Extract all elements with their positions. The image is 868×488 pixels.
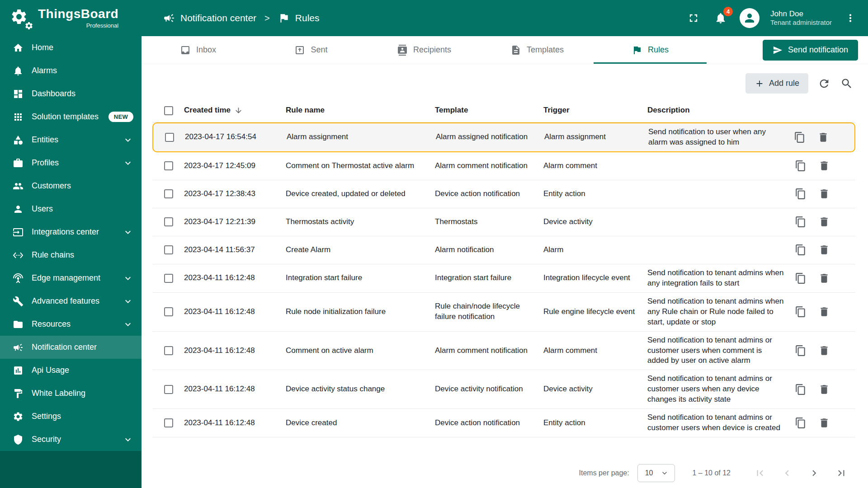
- category-icon: [13, 135, 24, 145]
- user-avatar[interactable]: [740, 8, 760, 28]
- table-row-create-alarm[interactable]: 2023-04-14 11:56:37Create AlarmAlarm not…: [152, 236, 855, 264]
- row-checkbox[interactable]: [164, 245, 173, 254]
- copy-rule-button[interactable]: [795, 384, 807, 395]
- row-checkbox[interactable]: [164, 189, 173, 198]
- table-row-device-created-updated-or-deleted[interactable]: 2023-04-17 12:38:43Device created, updat…: [152, 180, 855, 208]
- table-row-rule-node-initialization-failure[interactable]: 2023-04-11 16:12:48Rule node initializat…: [152, 293, 855, 332]
- send-notification-button[interactable]: Send notification: [763, 40, 858, 61]
- table-row-device-created[interactable]: 2023-04-11 16:12:48Device createdDevice …: [152, 409, 855, 437]
- sidebar-item-advanced-features[interactable]: Advanced features: [0, 290, 142, 313]
- delete-rule-button[interactable]: [818, 384, 830, 395]
- search-button[interactable]: [840, 77, 854, 90]
- delete-rule-button[interactable]: [818, 188, 830, 200]
- copy-rule-button[interactable]: [794, 131, 806, 143]
- row-checkbox[interactable]: [165, 133, 174, 142]
- sidebar-item-solution-templates[interactable]: Solution templatesNEW: [0, 105, 142, 128]
- tab-sent[interactable]: Sent: [255, 36, 368, 64]
- sidebar-item-rule-chains[interactable]: Rule chains: [0, 244, 142, 267]
- copy-rule-button[interactable]: [795, 188, 807, 200]
- sidebar-item-users[interactable]: Users: [0, 197, 142, 221]
- row-checkbox[interactable]: [164, 217, 173, 226]
- copy-icon: [795, 216, 807, 228]
- next-page-button[interactable]: [808, 467, 820, 479]
- items-per-page-select[interactable]: 10: [637, 464, 675, 482]
- notifications-bell-button[interactable]: 4: [712, 10, 729, 26]
- column-header-trigger[interactable]: Trigger: [543, 105, 647, 116]
- delete-rule-button[interactable]: [818, 272, 830, 284]
- sidebar-item-integrations-center[interactable]: Integrations center: [0, 221, 142, 244]
- sidebar-item-edge-management[interactable]: Edge management: [0, 267, 142, 290]
- copy-rule-button[interactable]: [795, 160, 807, 172]
- delete-rule-button[interactable]: [818, 345, 830, 357]
- sidebar-item-customers[interactable]: Customers: [0, 174, 142, 197]
- copy-icon: [794, 131, 806, 143]
- copy-rule-button[interactable]: [795, 216, 807, 228]
- customers-menu-icon: [13, 181, 24, 192]
- sidebar-item-security[interactable]: Security: [0, 428, 142, 451]
- copy-rule-button[interactable]: [795, 272, 807, 284]
- copy-icon: [795, 345, 807, 357]
- sidebar-item-white-labeling[interactable]: White Labeling: [0, 382, 142, 405]
- row-checkbox[interactable]: [164, 161, 173, 170]
- copy-rule-button[interactable]: [795, 345, 807, 357]
- tab-inbox[interactable]: Inbox: [142, 36, 255, 64]
- sidebar-item-entities[interactable]: Entities: [0, 128, 142, 151]
- fullscreen-button[interactable]: [685, 10, 702, 26]
- column-header-created-time[interactable]: Created time: [184, 105, 286, 116]
- table-row-thermostats-activity[interactable]: 2023-04-17 12:21:39Thermostats activityT…: [152, 208, 855, 236]
- row-checkbox[interactable]: [164, 307, 173, 316]
- tab-templates[interactable]: Templates: [481, 36, 594, 64]
- sidebar-item-alarms[interactable]: Alarms: [0, 59, 142, 82]
- chevDown-icon: [660, 469, 669, 478]
- copy-rule-button[interactable]: [795, 244, 807, 256]
- kebab-menu-button[interactable]: [843, 10, 858, 26]
- outbox-icon: [294, 45, 305, 56]
- tab-rules[interactable]: Rules: [594, 36, 707, 64]
- brand-logo[interactable]: ThingsBoard Professional: [0, 0, 142, 36]
- row-checkbox[interactable]: [164, 346, 173, 355]
- column-header-rule-name[interactable]: Rule name: [286, 105, 435, 116]
- column-header-description[interactable]: Description: [647, 105, 792, 116]
- folder-icon: [13, 319, 24, 330]
- last-page-button[interactable]: [835, 467, 847, 479]
- sidebar-item-profiles[interactable]: Profiles: [0, 151, 142, 174]
- cell-template: Rule chain/node lifecycle failure notifi…: [435, 301, 543, 322]
- delete-rule-button[interactable]: [818, 216, 830, 228]
- table-row-comment-on-active-alarm[interactable]: 2023-04-11 16:12:48Comment on active ala…: [152, 332, 855, 371]
- breadcrumb-item-notification-center[interactable]: Notification center: [180, 13, 256, 23]
- sidebar-item-api-usage[interactable]: Api Usage: [0, 359, 142, 382]
- row-checkbox[interactable]: [164, 418, 173, 427]
- delete-rule-button[interactable]: [817, 131, 829, 143]
- cell-trigger: Entity action: [543, 418, 647, 428]
- breadcrumb: Notification center > Rules: [163, 12, 319, 24]
- copy-rule-button[interactable]: [795, 306, 807, 318]
- delete-rule-button[interactable]: [818, 306, 830, 318]
- tab-recipients[interactable]: Recipients: [368, 36, 481, 64]
- table-row-integration-start-failure[interactable]: 2023-04-11 16:12:48Integration start fai…: [152, 264, 855, 293]
- sidebar-item-settings[interactable]: Settings: [0, 405, 142, 428]
- sidebar-item-resources[interactable]: Resources: [0, 313, 142, 336]
- sort-desc-icon[interactable]: [234, 106, 243, 115]
- delete-rule-button[interactable]: [818, 244, 830, 256]
- table-row-device-activity-status-change[interactable]: 2023-04-11 16:12:48Device activity statu…: [152, 370, 855, 409]
- delete-rule-button[interactable]: [818, 160, 830, 172]
- sidebar-item-label: Home: [32, 43, 53, 52]
- brand-edition: Professional: [38, 22, 118, 29]
- rules-content: Add rule Created time Rule name Template…: [142, 64, 868, 488]
- row-checkbox[interactable]: [164, 385, 173, 394]
- sidebar-item-home[interactable]: Home: [0, 36, 142, 59]
- table-row-alarm-assignment[interactable]: 2023-04-17 16:54:54Alarm assignmentAlarm…: [152, 122, 855, 152]
- add-rule-button[interactable]: Add rule: [745, 73, 808, 94]
- sidebar-item-label: Settings: [32, 412, 61, 421]
- sidebar-item-notification-center[interactable]: Notification center: [0, 336, 142, 359]
- select-all-checkbox[interactable]: [164, 106, 173, 115]
- column-header-template[interactable]: Template: [435, 105, 543, 116]
- first-page-button[interactable]: [754, 467, 766, 479]
- row-checkbox[interactable]: [164, 274, 173, 283]
- previous-page-button[interactable]: [781, 467, 793, 479]
- copy-rule-button[interactable]: [795, 417, 807, 429]
- delete-rule-button[interactable]: [818, 417, 830, 429]
- table-row-comment-on-thermostat-active-alarm[interactable]: 2023-04-17 12:45:09Comment on Thermostat…: [152, 152, 855, 180]
- sidebar-item-dashboards[interactable]: Dashboards: [0, 82, 142, 105]
- refresh-button[interactable]: [817, 77, 831, 90]
